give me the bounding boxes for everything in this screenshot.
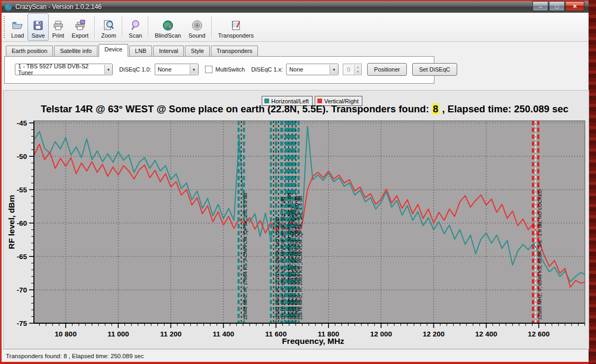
- svg-text:12 000: 12 000: [370, 330, 392, 338]
- svg-text:12 200: 12 200: [423, 330, 444, 338]
- transponder-count-highlight: 8: [432, 103, 439, 114]
- chart-title: Telstar 14R @ 63° WEST @ Some place on e…: [41, 103, 568, 115]
- svg-text:RF level, dBm: RF level, dBm: [7, 195, 16, 250]
- svg-text:-60: -60: [16, 219, 27, 227]
- svg-text:-50: -50: [16, 153, 27, 161]
- svg-text:-70: -70: [16, 286, 27, 294]
- window-border-right: [589, 0, 596, 364]
- minimize-button[interactable]: –: [532, 1, 548, 11]
- legend-swatch-red: [317, 99, 322, 103]
- diseqc1x-label: DiSEqC 1.x:: [251, 66, 283, 73]
- spectrum-chart-panel: 11468 MHz; H; 17864 KS ;ACM/VCM ;QPSK; 2…: [3, 90, 589, 349]
- svg-text:-55: -55: [16, 186, 27, 194]
- title-bar: CrazyScan - Version 1.0.2.146 – □ ×: [2, 1, 589, 13]
- tab-satellite-info[interactable]: Satellite info: [54, 46, 97, 57]
- zoom-document-icon: [103, 20, 114, 31]
- svg-text:12 400: 12 400: [475, 330, 497, 338]
- tuner-select[interactable]: 1 - TBS 5927 USB DVB-S2 Tuner ▼: [15, 64, 113, 75]
- position-spinner[interactable]: 0 ▲▼: [343, 64, 362, 75]
- chevron-down-icon: ▼: [330, 65, 338, 74]
- multiswitch-checkbox[interactable]: [205, 66, 212, 73]
- zoom-button[interactable]: Zoom: [97, 13, 120, 41]
- diseqc1x-select[interactable]: None ▼: [286, 64, 339, 75]
- sound-button[interactable]: Sound: [185, 13, 209, 41]
- toolbar-separator: [94, 16, 95, 38]
- export-button[interactable]: Export: [68, 13, 92, 41]
- svg-text:11 000: 11 000: [108, 330, 129, 338]
- tab-strip: Earth position Satellite info Device LNB…: [6, 45, 585, 57]
- chevron-down-icon: ▼: [104, 65, 112, 74]
- window-border-left: [0, 0, 2, 364]
- open-folder-icon: [12, 20, 23, 31]
- magnifier-icon: [130, 20, 141, 31]
- blindscan-button[interactable]: BlindScan: [151, 13, 185, 41]
- speaker-icon: [191, 20, 203, 31]
- set-diseqc-button[interactable]: Set DiSEqC: [412, 63, 457, 76]
- diseqc10-label: DiSEqC 1.0:: [119, 66, 152, 73]
- svg-text:10 800: 10 800: [55, 330, 76, 338]
- multiswitch-label: MultiSwitch: [216, 66, 245, 73]
- app-globe-icon: [4, 3, 12, 11]
- svg-text:11 200: 11 200: [160, 330, 182, 338]
- notebook-icon: [230, 20, 242, 31]
- toolbar-grip[interactable]: [4, 16, 5, 38]
- tab-earth-position[interactable]: Earth position: [6, 46, 53, 57]
- svg-text:Frequency, MHz: Frequency, MHz: [282, 336, 344, 345]
- legend-swatch-teal: [264, 99, 269, 103]
- svg-text:-65: -65: [16, 253, 27, 261]
- tab-device[interactable]: Device: [99, 44, 128, 57]
- printer-icon: [52, 20, 64, 31]
- maximize-button[interactable]: □: [549, 1, 565, 11]
- tab-interval[interactable]: Interval: [153, 46, 184, 57]
- diseqc10-select[interactable]: None ▼: [155, 64, 199, 75]
- svg-text:12 600: 12 600: [528, 330, 549, 338]
- tab-transponders[interactable]: Transponders: [211, 46, 258, 57]
- toolbar: Load Save Print Export Zoom Scan BlindSc…: [2, 13, 589, 42]
- load-button[interactable]: Load: [7, 13, 28, 41]
- tab-style[interactable]: Style: [185, 46, 209, 57]
- scan-button[interactable]: Scan: [125, 13, 146, 41]
- floppy-icon: [32, 20, 44, 31]
- svg-text:11 400: 11 400: [212, 330, 234, 338]
- toolbar-separator: [211, 16, 212, 38]
- globe-icon: [162, 20, 174, 31]
- export-printer-icon: [74, 20, 86, 31]
- toolbar-separator: [148, 16, 149, 38]
- positioner-button[interactable]: Positioner: [367, 63, 407, 76]
- window-border-bottom: [0, 362, 596, 364]
- svg-text:-75: -75: [16, 319, 27, 327]
- tab-lnb[interactable]: LNB: [129, 46, 152, 57]
- status-text: Transponders found: 8 , Elapsed time: 25…: [6, 353, 144, 359]
- spinner-arrows-icon[interactable]: ▲▼: [354, 65, 361, 74]
- print-button[interactable]: Print: [49, 13, 68, 41]
- svg-text:11610 MHz; H; 6864 KS ;ACM/VCM: 11610 MHz; H; 6864 KS ;ACM/VCM ;8PSK; 2/…: [280, 197, 286, 320]
- close-button[interactable]: ×: [565, 1, 584, 11]
- transponders-button[interactable]: Transponders: [215, 13, 257, 41]
- svg-text:11468 MHz; H; 17864 KS ;ACM/VC: 11468 MHz; H; 17864 KS ;ACM/VCM ;QPSK; 2…: [242, 193, 248, 320]
- save-button[interactable]: Save: [28, 13, 48, 41]
- svg-text:11676 MHz; H; 2083 KS ;ACM/VCM: 11676 MHz; H; 2083 KS ;ACM/VCM ;QPSK; 3/…: [297, 196, 303, 320]
- status-bar: Transponders found: 8 , Elapsed time: 25…: [2, 349, 589, 362]
- window-title: CrazyScan - Version 1.0.2.146: [15, 3, 102, 11]
- spectrum-chart: 11468 MHz; H; 17864 KS ;ACM/VCM ;QPSK; 2…: [4, 91, 589, 349]
- toolbar-separator: [122, 16, 123, 38]
- svg-text:-45: -45: [16, 119, 27, 127]
- chevron-down-icon: ▼: [190, 65, 198, 74]
- svg-text:12588 MHz; V; 6049 KS; 8PSK; 3: 12588 MHz; V; 6049 KS; 8PSK; 3/5; -1.8 d…: [537, 189, 542, 320]
